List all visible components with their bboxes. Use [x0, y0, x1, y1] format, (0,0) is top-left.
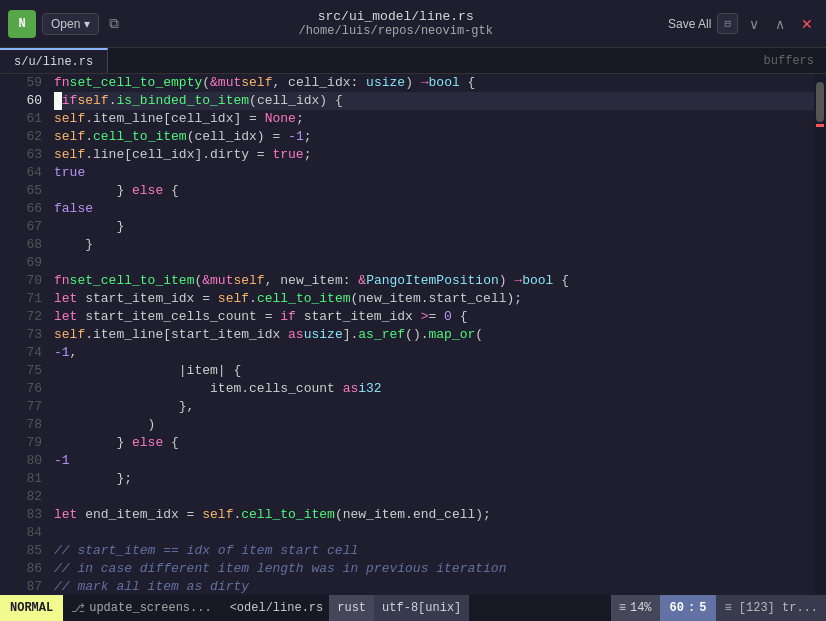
code-line-73: self.item_line[start_item_idx as usize].… — [54, 326, 814, 344]
filepath-status: <odel/line.rs — [224, 601, 330, 615]
scrollbar[interactable] — [814, 74, 826, 595]
editor: 5960616263646566676869707172737475767778… — [0, 74, 826, 595]
code-line-79: } else { — [54, 434, 814, 452]
code-line-62: self.cell_to_item(cell_idx) = -1; — [54, 128, 814, 146]
buffers-label: buffers — [752, 48, 826, 73]
line-number-60: 60 — [0, 92, 42, 110]
line-number-74: 74 — [0, 344, 42, 362]
file-info: ⎇ update_screens... — [63, 601, 219, 616]
line-number-69: 69 — [0, 254, 42, 272]
percent-info: ≡ 14% — [611, 595, 660, 621]
line-number-status: 60 — [670, 601, 684, 615]
dropdown-arrow-icon: ▾ — [84, 17, 90, 31]
encoding-indicator: utf-8[unix] — [374, 595, 469, 621]
line-number-84: 84 — [0, 524, 42, 542]
code-line-69 — [54, 254, 814, 272]
titlebar-center: src/ui_model/line.rs /home/luis/repos/ne… — [298, 9, 492, 38]
mode-indicator: NORMAL — [0, 595, 63, 621]
code-line-61: self.item_line[cell_idx] = None; — [54, 110, 814, 128]
code-line-87: // mark all item as dirty — [54, 578, 814, 595]
line-number-83: 83 — [0, 506, 42, 524]
open-label: Open — [51, 17, 80, 31]
code-line-59: fn set_cell_to_empty(&mut self, cell_idx… — [54, 74, 814, 92]
code-line-63: self.line[cell_idx].dirty = true; — [54, 146, 814, 164]
line-number-80: 80 — [0, 452, 42, 470]
line-number-64: 64 — [0, 164, 42, 182]
code-line-60: if self.is_binded_to_item(cell_idx) { — [54, 92, 814, 110]
line-number-82: 82 — [0, 488, 42, 506]
code-line-77: }, — [54, 398, 814, 416]
titlebar-right: Save All ⊟ ∨ ∧ ✕ — [668, 13, 818, 34]
code-line-83: let end_item_idx = self.cell_to_item(new… — [54, 506, 814, 524]
window-maximize-button[interactable]: ∧ — [770, 14, 790, 34]
line-number-78: 78 — [0, 416, 42, 434]
code-line-70: fn set_cell_to_item(&mut self, new_item:… — [54, 272, 814, 290]
code-line-76: item.cells_count as i32 — [54, 380, 814, 398]
window-minimize-button[interactable]: ∨ — [744, 14, 764, 34]
repo-path: /home/luis/repos/neovim-gtk — [298, 24, 492, 38]
line-number-59: 59 — [0, 74, 42, 92]
line-numbers: 5960616263646566676869707172737475767778… — [0, 74, 50, 595]
line-number-65: 65 — [0, 182, 42, 200]
save-all-button[interactable]: Save All — [668, 17, 711, 31]
update-screens-label: update_screens... — [89, 601, 211, 615]
line-number-71: 71 — [0, 290, 42, 308]
code-line-65: } else { — [54, 182, 814, 200]
copy-icon-button[interactable]: ⧉ — [105, 11, 123, 36]
code-line-75: |item| { — [54, 362, 814, 380]
editor-filename: src/ui_model/line.rs — [318, 9, 474, 24]
filetype-indicator: rust — [329, 595, 374, 621]
scrollbar-marker — [816, 124, 824, 127]
line-number-66: 66 — [0, 200, 42, 218]
line-number-87: 87 — [0, 578, 42, 595]
scrollbar-thumb[interactable] — [816, 82, 824, 122]
code-line-78: ) — [54, 416, 814, 434]
code-line-64: true — [54, 164, 814, 182]
line-number-76: 76 — [0, 380, 42, 398]
code-line-67: } — [54, 218, 814, 236]
open-button[interactable]: Open ▾ — [42, 13, 99, 35]
percent-value: 14% — [630, 601, 652, 615]
code-line-66: false — [54, 200, 814, 218]
line-number-70: 70 — [0, 272, 42, 290]
col-separator: : — [688, 601, 695, 615]
line-number-61: 61 — [0, 110, 42, 128]
window-close-button[interactable]: ✕ — [796, 14, 818, 34]
code-line-84 — [54, 524, 814, 542]
statusbar-right: ≡ 14% 60 : 5 ≡ [123] tr... — [611, 595, 826, 621]
code-line-68: } — [54, 236, 814, 254]
line-number-81: 81 — [0, 470, 42, 488]
line-number-85: 85 — [0, 542, 42, 560]
line-number-73: 73 — [0, 326, 42, 344]
branch-icon: ⎇ — [71, 601, 85, 616]
code-line-72: let start_item_cells_count = if start_it… — [54, 308, 814, 326]
code-line-86: // in case different item length was in … — [54, 560, 814, 578]
line-col-indicator: 60 : 5 — [660, 595, 717, 621]
active-tab[interactable]: s/u/line.rs — [0, 48, 108, 73]
line-number-79: 79 — [0, 434, 42, 452]
line-number-68: 68 — [0, 236, 42, 254]
code-area[interactable]: fn set_cell_to_empty(&mut self, cell_idx… — [50, 74, 814, 595]
line-number-63: 63 — [0, 146, 42, 164]
code-line-74: -1, — [54, 344, 814, 362]
tabbar: s/u/line.rs buffers — [0, 48, 826, 74]
titlebar: N Open ▾ ⧉ src/ui_model/line.rs /home/lu… — [0, 0, 826, 48]
line-number-75: 75 — [0, 362, 42, 380]
line-number-86: 86 — [0, 560, 42, 578]
buffers-icon[interactable]: ⊟ — [717, 13, 738, 34]
neovim-logo: N — [8, 10, 36, 38]
line-number-62: 62 — [0, 128, 42, 146]
line-number-67: 67 — [0, 218, 42, 236]
extra-info: ≡ [123] tr... — [716, 595, 826, 621]
titlebar-left: N Open ▾ ⧉ — [8, 10, 123, 38]
code-line-85: // start_item == idx of item start cell — [54, 542, 814, 560]
code-line-81: }; — [54, 470, 814, 488]
col-number-status: 5 — [699, 601, 706, 615]
statusbar: NORMAL ⎇ update_screens... <odel/line.rs… — [0, 595, 826, 621]
code-line-80: -1 — [54, 452, 814, 470]
code-line-71: let start_item_idx = self.cell_to_item(n… — [54, 290, 814, 308]
line-number-77: 77 — [0, 398, 42, 416]
percent-icon: ≡ — [619, 601, 626, 615]
code-line-82 — [54, 488, 814, 506]
line-number-72: 72 — [0, 308, 42, 326]
